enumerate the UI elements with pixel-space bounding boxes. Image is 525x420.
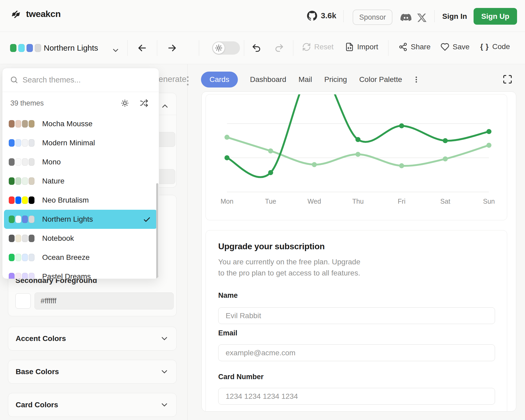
theme-color-swatch (15, 139, 21, 147)
theme-color-swatch (22, 158, 28, 166)
more-tabs-icon[interactable] (412, 76, 420, 84)
tab-pricing[interactable]: Pricing (324, 75, 347, 84)
secondary-foreground-swatch[interactable] (15, 293, 31, 309)
svg-text:Fri: Fri (398, 198, 405, 205)
github-stars-button[interactable]: 3.6k (307, 11, 336, 21)
name-field[interactable] (218, 307, 495, 324)
svg-text:Thu: Thu (352, 198, 364, 205)
upgrade-card-description: You are currently on the free plan. Upgr… (218, 256, 360, 279)
chevron-down-icon (160, 367, 169, 376)
theme-list-item[interactable]: Pastel Dreams (4, 267, 157, 279)
chevron-down-icon[interactable] (111, 46, 120, 55)
heart-icon (440, 42, 449, 51)
braces-icon: { } (480, 42, 489, 51)
theme-list-item[interactable]: Ocean Breeze (4, 248, 157, 267)
theme-color-swatch (9, 235, 15, 242)
header-divider (434, 10, 435, 22)
code-label: Code (492, 42, 510, 51)
code-button[interactable]: { } Code (480, 42, 510, 51)
app-logo[interactable]: tweakcn (11, 8, 61, 19)
undo-icon[interactable] (251, 43, 261, 53)
accent-colors-section-toggle[interactable]: Accent Colors (8, 327, 177, 351)
tweakcn-logo-icon (11, 8, 21, 19)
upgrade-card-title: Upgrade your subscription (218, 242, 325, 251)
svg-text:Wed: Wed (308, 198, 321, 205)
theme-list-item[interactable]: Northern Lights (4, 210, 157, 229)
theme-color-swatch (29, 177, 34, 185)
theme-color-swatch (22, 273, 28, 279)
theme-color-swatch (29, 254, 34, 261)
card-number-field[interactable] (218, 388, 495, 405)
card-colors-label: Card Colors (16, 401, 58, 409)
theme-color-swatch (22, 216, 28, 223)
theme-color-swatch (27, 44, 33, 52)
card-colors-section-toggle[interactable]: Card Colors (8, 393, 177, 417)
current-theme-name[interactable]: Northern Lights (44, 43, 98, 52)
tab-mail[interactable]: Mail (299, 75, 312, 84)
sign-up-button[interactable]: Sign Up (474, 8, 517, 25)
tab-dashboard[interactable]: Dashboard (250, 75, 286, 84)
theme-color-swatch (29, 158, 34, 166)
light-dark-mode-toggle[interactable] (212, 41, 240, 55)
undo-history-back-icon[interactable] (137, 42, 148, 54)
tab-cards[interactable]: Cards (201, 72, 238, 88)
sponsor-button[interactable]: Sponsor (353, 10, 392, 25)
theme-name-label: Neo Brutalism (42, 196, 89, 204)
redo-icon[interactable] (274, 43, 284, 53)
theme-search-input[interactable] (23, 68, 150, 91)
theme-color-swatch (35, 44, 41, 52)
import-button[interactable]: Import (345, 42, 378, 51)
editor-toolbar: Northern Lights Reset Import (0, 32, 525, 64)
x-twitter-icon[interactable] (416, 12, 427, 23)
theme-list-item[interactable]: Notebook (4, 229, 157, 248)
preview-scroll-container[interactable]: MonTueWedThuFriSatSun Upgrade your subsc… (202, 91, 516, 412)
secondary-foreground-input[interactable] (34, 292, 174, 309)
dropdown-scrollbar-thumb[interactable] (156, 183, 158, 279)
random-theme-shuffle-icon[interactable] (140, 99, 148, 107)
chevron-up-icon[interactable] (160, 102, 169, 111)
tab-color-palette[interactable]: Color Palette (359, 75, 402, 84)
discord-icon[interactable] (400, 12, 412, 24)
theme-color-swatch (9, 177, 15, 185)
toolbar-divider (244, 40, 244, 56)
toolbar-divider (199, 40, 199, 56)
weekly-line-chart: MonTueWedThuFriSatSun (206, 94, 507, 220)
sponsor-label: Sponsor (359, 13, 386, 21)
sign-in-button[interactable]: Sign In (442, 12, 467, 21)
theme-name-label: Notebook (42, 234, 74, 243)
theme-list-item[interactable]: Mocha Mousse (4, 114, 157, 133)
theme-list-item[interactable]: Neo Brutalism (4, 191, 157, 210)
panel-resize-handle-icon[interactable] (186, 75, 190, 87)
theme-color-swatch (29, 235, 34, 242)
theme-list-item[interactable]: Modern Minimal (4, 133, 157, 152)
fullscreen-icon[interactable] (502, 74, 513, 84)
base-colors-section-toggle[interactable]: Base Colors (8, 360, 177, 384)
history-forward-icon[interactable] (167, 42, 178, 54)
toolbar-divider (127, 40, 128, 56)
theme-name-label: Pastel Dreams (42, 272, 91, 279)
theme-list-item[interactable]: Mono (4, 152, 157, 172)
theme-list-item[interactable]: Nature (4, 172, 157, 191)
search-icon (10, 76, 18, 84)
light-mode-filter-icon[interactable] (121, 99, 129, 107)
svg-text:Mon: Mon (221, 198, 234, 205)
theme-color-swatch (15, 273, 21, 279)
theme-color-swatch (15, 177, 21, 185)
theme-color-swatch (9, 254, 15, 261)
email-field[interactable] (218, 344, 495, 361)
generate-label-fragment[interactable]: enerate (159, 75, 186, 84)
import-label: Import (357, 43, 378, 51)
theme-color-swatch (10, 44, 16, 52)
theme-name-label: Modern Minimal (42, 139, 95, 147)
theme-color-swatch (29, 120, 34, 128)
theme-color-swatch (15, 254, 21, 261)
theme-name-label: Northern Lights (42, 215, 93, 224)
theme-count-row: 39 themes (2, 92, 159, 114)
save-button[interactable]: Save (440, 42, 470, 51)
current-theme-swatches[interactable] (10, 44, 41, 52)
theme-color-swatch (29, 273, 34, 279)
share-icon (399, 42, 408, 51)
theme-color-swatch (9, 196, 15, 204)
share-button[interactable]: Share (399, 42, 431, 51)
reset-button[interactable]: Reset (302, 42, 334, 51)
